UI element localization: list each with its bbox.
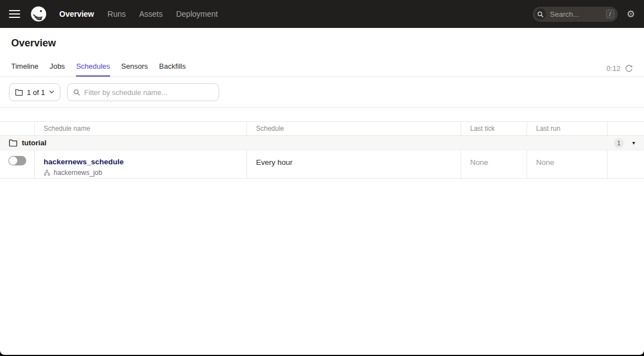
dagster-logo-icon[interactable] (30, 6, 47, 22)
overview-tabs-row: Timeline Jobs Schedules Sensors Backfill… (0, 54, 644, 77)
tab-timeline[interactable]: Timeline (11, 58, 39, 77)
job-icon (44, 169, 50, 176)
search-icon (535, 8, 546, 20)
last-run-cell: None (527, 150, 608, 178)
repo-group-name: tutorial (22, 139, 46, 147)
repo-group-row[interactable]: tutorial 1 ▾ (0, 136, 644, 150)
app-window: Overview Runs Assets Deployment / ⚙ Over… (0, 0, 644, 355)
job-name-link[interactable]: hackernews_job (54, 169, 102, 177)
top-nav: Overview Runs Assets Deployment / ⚙ (0, 0, 644, 28)
global-search[interactable]: / (533, 7, 618, 22)
refresh-zone: 0:12 (607, 64, 633, 77)
folder-icon (15, 89, 23, 96)
header-last-run: Last run (527, 122, 608, 135)
group-selector-button[interactable]: 1 of 1 (9, 83, 60, 101)
search-shortcut-badge: / (606, 10, 614, 18)
tab-backfills[interactable]: Backfills (159, 58, 186, 77)
toggle-cell (0, 150, 35, 178)
spacer (0, 108, 644, 121)
tab-jobs[interactable]: Jobs (50, 58, 65, 77)
settings-gear-icon[interactable]: ⚙ (627, 10, 635, 19)
nav-links: Overview Runs Assets Deployment (59, 10, 218, 18)
schedule-toggle[interactable] (8, 156, 26, 165)
schedule-table-row: hackernews_schedule hackernews_job Every… (0, 150, 644, 179)
search-input[interactable] (550, 10, 602, 18)
schedules-table-header: Schedule name Schedule Last tick Last ru… (0, 121, 644, 136)
filter-search-icon (73, 89, 80, 96)
row-actions-cell (608, 150, 644, 178)
refresh-countdown: 0:12 (607, 64, 621, 73)
header-actions-col (608, 122, 644, 135)
menu-icon[interactable] (9, 10, 20, 18)
header-last-tick: Last tick (461, 122, 527, 135)
tab-schedules[interactable]: Schedules (76, 58, 110, 77)
schedule-cron-cell: Every hour (247, 150, 461, 178)
group-count-badge: 1 (614, 138, 624, 148)
schedule-name-link[interactable]: hackernews_schedule (44, 158, 124, 166)
nav-item-overview[interactable]: Overview (59, 10, 94, 18)
header-schedule: Schedule (247, 122, 461, 135)
folder-icon (9, 139, 17, 146)
header-toggle-col (0, 122, 35, 135)
group-selector-label: 1 of 1 (27, 88, 45, 97)
refresh-icon[interactable] (625, 65, 633, 73)
schedule-filter[interactable] (67, 83, 219, 101)
schedule-name-cell: hackernews_schedule hackernews_job (35, 150, 247, 178)
page-title: Overview (0, 28, 644, 54)
nav-right: / ⚙ (533, 7, 635, 22)
nav-item-runs[interactable]: Runs (107, 10, 126, 18)
chevron-down-icon (49, 91, 54, 94)
tab-sensors[interactable]: Sensors (121, 58, 148, 77)
overview-tabs: Timeline Jobs Schedules Sensors Backfill… (11, 58, 186, 77)
last-tick-cell: None (461, 150, 527, 178)
toggle-knob (9, 156, 17, 165)
filter-bar: 1 of 1 (0, 77, 644, 108)
header-schedule-name: Schedule name (35, 122, 247, 135)
nav-item-deployment[interactable]: Deployment (176, 10, 218, 18)
schedule-filter-input[interactable] (84, 88, 213, 97)
nav-item-assets[interactable]: Assets (139, 10, 163, 18)
collapse-caret-icon[interactable]: ▾ (632, 140, 635, 146)
